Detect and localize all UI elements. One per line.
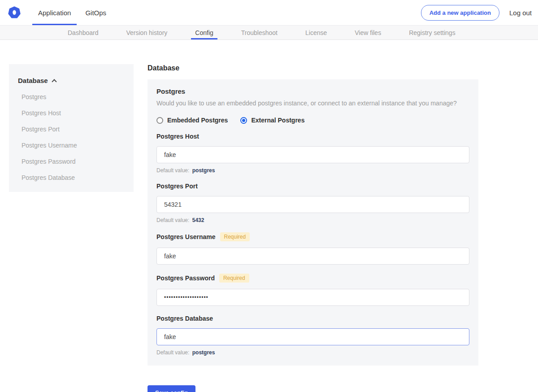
config-sidebar: Database Postgres Postgres Host Postgres… bbox=[9, 64, 134, 192]
app-logo[interactable] bbox=[8, 0, 21, 25]
subnav-tab-label: License bbox=[305, 29, 327, 36]
field-label: Postgres Username bbox=[156, 233, 216, 240]
topnav-right: Add a new application Log out bbox=[421, 0, 538, 25]
sidebar-group-label: Database bbox=[18, 77, 48, 84]
sidebar-group-database[interactable]: Database bbox=[18, 77, 125, 84]
radio-circle-icon bbox=[240, 117, 247, 124]
subnav-tab-label: Troubleshoot bbox=[241, 29, 278, 36]
required-badge: Required bbox=[219, 274, 249, 283]
group-label-postgres: Postgres bbox=[156, 87, 469, 95]
subnav-tab-config[interactable]: Config bbox=[191, 26, 217, 39]
topnav-spacer bbox=[115, 0, 421, 25]
default-value-text: 5432 bbox=[192, 217, 204, 223]
chevron-up-icon bbox=[52, 79, 56, 84]
tab-gitops-label: GitOps bbox=[85, 9, 106, 17]
default-value-text: postgres bbox=[192, 349, 215, 356]
field-postgres-password: Postgres Password Required bbox=[156, 274, 469, 306]
field-postgres-username: Postgres Username Required bbox=[156, 232, 469, 265]
radio-embedded-postgres[interactable]: Embedded Postgres bbox=[156, 117, 228, 124]
field-label: Postgres Port bbox=[156, 183, 198, 190]
postgres-password-input[interactable] bbox=[156, 289, 469, 306]
sidebar-item-postgres-port[interactable]: Postgres Port bbox=[18, 126, 125, 133]
field-label: Postgres Host bbox=[156, 133, 199, 140]
postgres-port-input[interactable] bbox=[156, 196, 469, 213]
subnav-tab-version-history[interactable]: Version history bbox=[122, 26, 172, 39]
subnav-tab-label: Dashboard bbox=[68, 29, 99, 36]
save-config-button[interactable]: Save config bbox=[148, 385, 195, 392]
radio-external-postgres[interactable]: External Postgres bbox=[240, 117, 304, 124]
sidebar-item-postgres[interactable]: Postgres bbox=[18, 93, 125, 100]
postgres-username-input[interactable] bbox=[156, 248, 469, 265]
default-value-line: Default value: postgres bbox=[156, 167, 469, 174]
logout-link[interactable]: Log out bbox=[509, 9, 532, 17]
sidebar-item-postgres-username[interactable]: Postgres Username bbox=[18, 142, 125, 149]
config-page: Database Postgres Postgres Host Postgres… bbox=[0, 64, 538, 392]
sidebar-item-postgres-host[interactable]: Postgres Host bbox=[18, 109, 125, 117]
field-postgres-port: Postgres Port Default value: 5432 bbox=[156, 183, 469, 223]
field-postgres-database: Postgres Database Default value: postgre… bbox=[156, 315, 469, 356]
database-config-panel: Postgres Would you like to use an embedd… bbox=[148, 79, 478, 366]
postgres-mode-radio-group: Embedded Postgres External Postgres bbox=[156, 117, 469, 124]
page-title: Database bbox=[148, 64, 478, 72]
subnav-tab-registry-settings[interactable]: Registry settings bbox=[405, 26, 459, 39]
field-postgres-host: Postgres Host Default value: postgres bbox=[156, 133, 469, 174]
app-logo-icon bbox=[8, 6, 21, 19]
tab-application[interactable]: Application bbox=[32, 0, 77, 25]
sidebar-item-postgres-password[interactable]: Postgres Password bbox=[18, 158, 125, 165]
postgres-database-input[interactable] bbox=[156, 328, 469, 345]
app-subnav: Dashboard Version history Config Trouble… bbox=[0, 25, 538, 40]
default-value-prefix: Default value: bbox=[156, 349, 189, 356]
sidebar-item-postgres-database[interactable]: Postgres Database bbox=[18, 174, 125, 181]
field-label: Postgres Database bbox=[156, 315, 213, 322]
subnav-tab-view-files[interactable]: View files bbox=[351, 26, 385, 39]
required-badge: Required bbox=[220, 232, 250, 241]
field-label: Postgres Password bbox=[156, 274, 215, 282]
postgres-host-input[interactable] bbox=[156, 146, 469, 163]
radio-circle-icon bbox=[156, 117, 163, 124]
default-value-prefix: Default value: bbox=[156, 217, 189, 223]
config-main: Database Postgres Would you like to use … bbox=[148, 64, 478, 392]
subnav-tab-troubleshoot[interactable]: Troubleshoot bbox=[237, 26, 282, 39]
subnav-tab-label: Config bbox=[195, 29, 213, 36]
default-value-text: postgres bbox=[192, 167, 215, 174]
add-application-button[interactable]: Add a new application bbox=[421, 5, 499, 21]
tab-gitops[interactable]: GitOps bbox=[79, 0, 112, 25]
subnav-tab-dashboard[interactable]: Dashboard bbox=[64, 26, 103, 39]
tab-application-label: Application bbox=[38, 9, 71, 17]
subnav-tab-license[interactable]: License bbox=[301, 26, 331, 39]
default-value-line: Default value: postgres bbox=[156, 349, 469, 356]
subnav-tab-label: Registry settings bbox=[409, 29, 455, 36]
default-value-line: Default value: 5432 bbox=[156, 217, 469, 223]
subnav-tab-label: View files bbox=[355, 29, 381, 36]
radio-label: External Postgres bbox=[251, 117, 304, 124]
postgres-help-text: Would you like to use an embedded postgr… bbox=[156, 100, 469, 107]
top-nav: Application GitOps Add a new application… bbox=[0, 0, 538, 25]
radio-label: Embedded Postgres bbox=[167, 117, 228, 124]
subnav-tab-label: Version history bbox=[126, 29, 168, 36]
default-value-prefix: Default value: bbox=[156, 167, 189, 174]
